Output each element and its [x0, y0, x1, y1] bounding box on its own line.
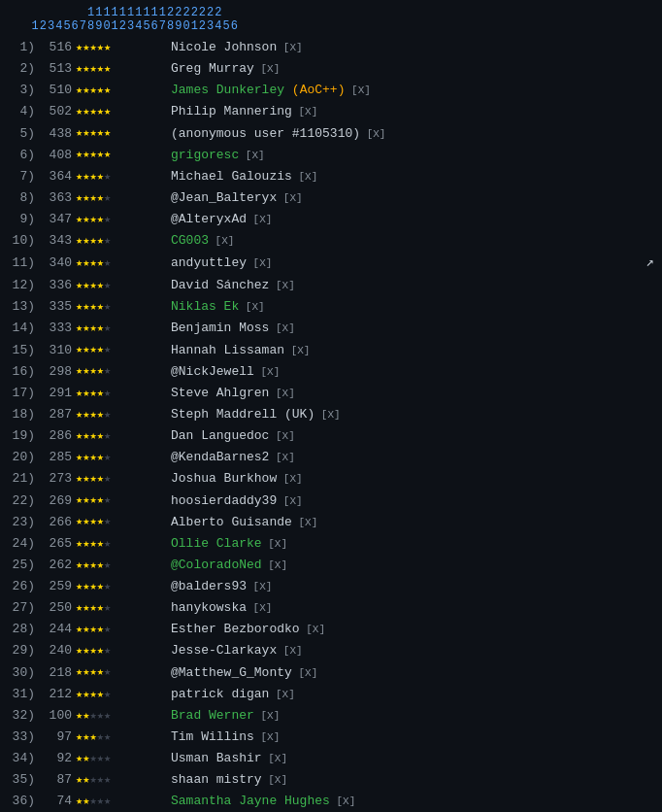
user-tag[interactable]: [X] [269, 689, 294, 700]
user-tag[interactable]: [X] [239, 150, 264, 161]
score-value: 286 [39, 426, 76, 446]
star-gold-icon: ★ [104, 84, 111, 97]
table-row: 9)347★★★★★@AlteryxAd [X] [8, 209, 654, 230]
star-rating: ★★★★★ [76, 771, 163, 790]
user-name: @balders93 [171, 579, 247, 593]
name-column: Nicole Johnson [X] [163, 38, 654, 57]
star-gold-icon: ★ [89, 623, 96, 636]
user-name: Esther Bezborodko [171, 622, 300, 636]
user-tag[interactable]: [X] [254, 63, 280, 75]
star-dim-icon: ★ [104, 213, 111, 226]
user-tag[interactable]: [X] [284, 345, 310, 356]
score-value: 244 [39, 620, 76, 639]
star-rating: ★★★★★ [76, 82, 163, 100]
user-tag[interactable]: [X] [209, 235, 234, 247]
user-tag[interactable]: [X] [277, 42, 302, 53]
star-dim-icon: ★ [104, 515, 111, 528]
user-tag[interactable]: [X] [269, 430, 294, 442]
rank-number: 3) [8, 81, 39, 100]
score-value: 347 [39, 210, 76, 229]
star-gold-icon: ★ [97, 558, 104, 572]
user-tag[interactable]: [X] [269, 452, 294, 463]
user-tag[interactable]: [X] [247, 214, 272, 225]
star-gold-icon: ★ [97, 601, 104, 615]
user-tag[interactable]: [X] [247, 257, 272, 269]
user-tag[interactable]: [X] [254, 366, 280, 378]
name-column: David Sánchez [X] [163, 276, 654, 295]
user-tag[interactable]: [X] [300, 624, 325, 635]
star-rating: ★★★★★ [76, 362, 163, 381]
rank-number: 4) [8, 102, 39, 121]
user-name: patrick digan [171, 687, 269, 701]
star-rating: ★★★★★ [76, 470, 163, 489]
star-gold-icon: ★ [97, 62, 104, 76]
star-gold-icon: ★ [97, 387, 104, 400]
star-dim-icon: ★ [104, 773, 111, 787]
user-name: Tim Willins [171, 729, 254, 744]
user-tag[interactable]: [X] [247, 581, 272, 592]
score-value: 100 [39, 706, 76, 726]
user-tag[interactable]: [X] [247, 602, 272, 614]
score-value: 510 [39, 81, 76, 100]
rank-number: 36) [8, 792, 39, 811]
rank-number: 22) [8, 491, 39, 511]
star-dim-icon: ★ [97, 752, 104, 765]
user-tag[interactable]: [X] [345, 85, 370, 96]
user-tag[interactable]: [X] [239, 301, 264, 313]
star-gold-icon: ★ [89, 429, 96, 443]
table-row: 15)310★★★★★Hannah Lissaman [X] [8, 340, 654, 361]
table-row: 31)212★★★★★patrick digan [X] [8, 684, 654, 705]
user-tag[interactable]: [X] [277, 645, 302, 657]
rank-number: 1) [8, 38, 39, 57]
name-column: @KendaBarnes2 [X] [163, 448, 654, 467]
user-name: Jesse-Clarkayx [171, 643, 277, 658]
user-tag[interactable]: [X] [269, 280, 294, 291]
table-row: 23)266★★★★★Alberto Guisande [X] [8, 512, 654, 533]
user-tag[interactable]: [X] [292, 517, 317, 528]
star-gold-icon: ★ [97, 493, 104, 507]
table-row: 16)298★★★★★@NickJewell [X] [8, 361, 654, 383]
name-column: Steve Ahlgren [X] [163, 384, 654, 403]
user-tag[interactable]: [X] [314, 409, 340, 421]
table-row: 34)92★★★★★Usman Bashir [X] [8, 748, 654, 769]
name-column: @NickJewell [X] [163, 362, 654, 382]
user-name: Dan Languedoc [171, 428, 269, 443]
star-dim-icon: ★ [104, 451, 111, 464]
name-column: grigoresc [X] [163, 146, 654, 165]
score-value: 269 [39, 491, 76, 511]
star-rating: ★★★★★ [76, 124, 163, 143]
star-gold-icon: ★ [104, 41, 111, 54]
star-gold-icon: ★ [89, 515, 96, 528]
user-name: @NickJewell [171, 364, 254, 379]
name-column: hoosierdaddy39 [X] [163, 491, 654, 511]
user-tag[interactable]: [X] [269, 322, 294, 334]
score-value: 343 [39, 231, 76, 251]
star-rating: ★★★★★ [76, 298, 163, 317]
score-value: 364 [39, 167, 76, 186]
user-tag[interactable]: [X] [277, 495, 302, 507]
rank-number: 35) [8, 770, 39, 790]
user-tag[interactable]: [X] [262, 538, 287, 550]
user-tag[interactable]: [X] [277, 192, 302, 204]
star-dim-icon: ★ [104, 256, 111, 270]
user-tag[interactable]: [X] [277, 473, 302, 485]
user-tag[interactable]: [X] [269, 388, 294, 399]
user-tag[interactable]: [X] [254, 710, 280, 722]
star-rating: ★★★★★ [76, 320, 163, 338]
rank-number: 8) [8, 188, 39, 208]
star-rating: ★★★★★ [76, 103, 163, 121]
table-row: 1)516★★★★★Nicole Johnson [X] [8, 37, 654, 58]
score-value: 513 [39, 59, 76, 79]
rank-number: 11) [8, 254, 39, 273]
user-tag[interactable]: [X] [262, 753, 287, 764]
user-tag[interactable]: [X] [254, 731, 280, 743]
user-tag[interactable]: [X] [360, 128, 385, 140]
table-row: 32)100★★★★★Brad Werner [X] [8, 705, 654, 727]
user-tag[interactable]: [X] [292, 667, 317, 679]
user-tag[interactable]: [X] [292, 106, 317, 118]
user-tag[interactable]: [X] [292, 171, 317, 183]
score-value: 212 [39, 685, 76, 704]
user-tag[interactable]: [X] [262, 559, 287, 571]
user-tag[interactable]: [X] [262, 774, 287, 786]
user-tag[interactable]: [X] [330, 795, 355, 807]
